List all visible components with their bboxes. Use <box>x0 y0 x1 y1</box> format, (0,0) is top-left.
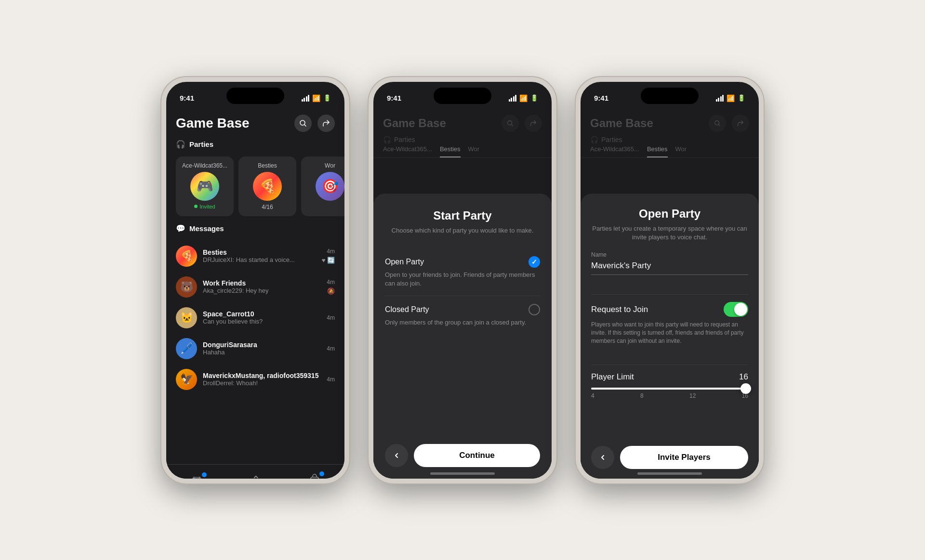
status-icons-3: 📶 🔋 <box>716 94 746 102</box>
party-card-label-ace: Ace-Wildcat365... <box>182 162 227 169</box>
message-item-maverick[interactable]: 🦅 MaverickxMustang, radiofoot359315 Drol… <box>166 364 344 395</box>
party-card-ace[interactable]: Ace-Wildcat365... 🎮 Invited <box>176 156 234 216</box>
slider-fill <box>591 388 748 390</box>
svg-rect-2 <box>311 477 318 482</box>
open-party-desc: Open to your friends to join. Friends of… <box>385 271 540 288</box>
open-party-modal: Open Party Parties let you create a temp… <box>581 194 759 479</box>
dynamic-island-2 <box>434 88 491 104</box>
blurred-header-3: Game Base <box>581 107 759 145</box>
blurred-share-2 <box>525 115 542 132</box>
blurred-tab-wor-3: Wor <box>675 145 687 157</box>
player-limit-value: 16 <box>739 372 748 382</box>
start-party-subtitle: Choose which kind of party you would lik… <box>385 226 540 235</box>
status-time-3: 9:41 <box>594 94 608 102</box>
message-name-donguri: DonguriSarasara <box>203 341 321 349</box>
player-limit-row: Player Limit 16 <box>591 372 748 382</box>
message-icons-work: 🔕 <box>327 287 335 295</box>
message-meta-work: 4m 🔕 <box>327 279 335 295</box>
message-content-space: Space_Carrot10 Can you believe this? <box>203 310 321 325</box>
continue-button[interactable]: Continue <box>414 444 540 467</box>
message-item-work[interactable]: 🐻 Work Friends Aka_circle229: Hey hey 4m… <box>166 272 344 302</box>
message-item-donguri[interactable]: 🖊️ DonguriSarasara Hahaha 4m <box>166 333 344 364</box>
header-icon-group <box>294 115 335 132</box>
blurred-tab-ace: Ace-Wildcat365... <box>383 145 432 157</box>
party-card-wor[interactable]: Wor 🎯 <box>301 156 344 216</box>
message-content-work: Work Friends Aka_circle229: Hey hey <box>203 279 321 294</box>
slider-ticks: 4 8 12 16 <box>591 392 748 399</box>
message-meta-space: 4m <box>327 314 335 321</box>
divider-2 <box>591 365 748 365</box>
svg-line-4 <box>512 124 513 126</box>
party-name-input[interactable]: Maverick's Party <box>591 261 748 275</box>
tick-8: 8 <box>640 392 644 399</box>
wifi-icon-3: 📶 <box>727 94 735 102</box>
back-button-3[interactable] <box>591 446 614 469</box>
blurred-tab-wor: Wor <box>468 145 480 157</box>
party-tab-icon <box>309 473 320 483</box>
open-party-bottom: Invite Players <box>591 438 748 469</box>
open-party-name: Open Party <box>385 258 424 266</box>
party-card-label-besties: Besties <box>258 162 277 169</box>
home-indicator-3 <box>637 472 702 475</box>
blurred-title-2: Game Base <box>383 117 446 130</box>
parties-icon: 🎧 <box>176 140 185 149</box>
status-icons-2: 📶 🔋 <box>509 94 539 102</box>
request-to-join-toggle[interactable] <box>724 302 748 317</box>
home-indicator-2 <box>430 472 495 475</box>
toggle-knob <box>734 303 747 316</box>
open-party-option[interactable]: Open Party Open to your friends to join.… <box>385 248 540 296</box>
closed-party-option[interactable]: Closed Party Only members of the group c… <box>385 296 540 335</box>
blurred-tab-ace-3: Ace-Wildcat365... <box>590 145 639 157</box>
message-time-work: 4m <box>327 279 335 286</box>
tab-gamebase[interactable]: 🎮 <box>191 474 203 483</box>
party-avatar-wor: 🎯 <box>316 172 344 201</box>
invite-players-button[interactable]: Invite Players <box>620 446 748 469</box>
party-card-besties[interactable]: Besties 🍕 4/16 <box>238 156 296 216</box>
message-item-space[interactable]: 🐱 Space_Carrot10 Can you believe this? 4… <box>166 302 344 333</box>
tab-home[interactable]: ⌃ <box>251 474 260 483</box>
message-name-work: Work Friends <box>203 279 321 287</box>
closed-party-name: Closed Party <box>385 305 429 314</box>
search-button[interactable] <box>294 115 312 132</box>
party-count-besties: 4/16 <box>262 204 273 210</box>
gamebase-screen: Game Base 🎧 Parties <box>166 107 344 483</box>
message-meta-besties: 4m ♥ 🔄 <box>322 248 335 264</box>
blurred-icons-2 <box>502 115 542 132</box>
name-label: Name <box>591 251 748 258</box>
message-name-maverick: MaverickxMustang, radiofoot359315 <box>203 372 321 379</box>
signal-icon-3 <box>716 95 724 102</box>
tick-4: 4 <box>591 392 595 399</box>
party-card-label-wor: Wor <box>325 162 335 169</box>
player-limit-slider[interactable]: 4 8 12 16 <box>591 388 748 399</box>
blurred-parties-2: 🎧 Parties <box>383 136 542 143</box>
blurred-share-3 <box>732 115 749 132</box>
open-party-radio[interactable] <box>529 256 540 268</box>
dynamic-island-3 <box>641 88 699 104</box>
parties-section-header: 🎧 Parties <box>166 136 344 153</box>
request-to-join-row: Request to Join <box>591 302 748 317</box>
message-item-besties[interactable]: 🍕 Besties DRJuiceXI: Has started a voice… <box>166 241 344 272</box>
status-time-1: 9:41 <box>180 94 194 102</box>
tab-party[interactable] <box>309 473 320 483</box>
blurred-search-3 <box>709 115 726 132</box>
message-time-besties: 4m <box>327 248 335 255</box>
message-preview-donguri: Hahaha <box>203 349 321 356</box>
back-button-2[interactable] <box>385 444 408 467</box>
share-button[interactable] <box>317 115 335 132</box>
message-avatar-besties: 🍕 <box>176 246 197 267</box>
request-to-join-desc: Players who want to join this party will… <box>591 321 748 345</box>
messages-section-header: 💬 Messages <box>166 220 344 237</box>
closed-party-desc: Only members of the group can join a clo… <box>385 318 540 327</box>
app-title: Game Base <box>176 116 250 131</box>
divider-1 <box>591 294 748 295</box>
phone-3: 9:41 📶 🔋 Game Base <box>576 77 764 483</box>
blurred-tab-besties-3: Besties <box>647 145 668 157</box>
home-tab-icon: ⌃ <box>251 474 260 483</box>
start-party-title: Start Party <box>385 209 540 222</box>
parties-row: Ace-Wildcat365... 🎮 Invited Besties 🍕 4/… <box>166 153 344 220</box>
battery-icon-3: 🔋 <box>738 94 745 102</box>
message-name-besties: Besties <box>203 248 316 256</box>
closed-party-radio[interactable] <box>529 304 540 315</box>
message-icons-besties: ♥ 🔄 <box>322 257 335 264</box>
slider-thumb[interactable] <box>740 383 751 394</box>
